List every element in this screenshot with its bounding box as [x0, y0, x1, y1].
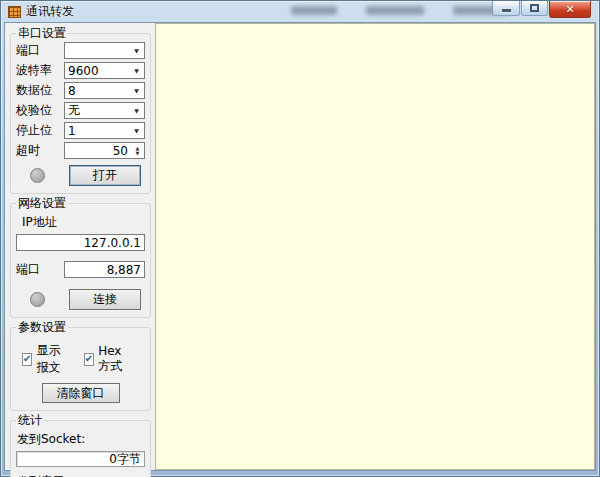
parity-value: 无: [65, 102, 129, 119]
serial-status-indicator: [30, 168, 45, 183]
ip-address-label: IP地址: [22, 214, 145, 231]
parity-label: 校验位: [16, 102, 64, 119]
close-button[interactable]: ✕: [549, 1, 591, 18]
timeout-label: 超时: [16, 142, 64, 159]
maximize-button[interactable]: [521, 1, 548, 16]
chevron-down-icon: ▼: [129, 83, 144, 98]
timeout-value: 50: [65, 144, 131, 158]
net-port-value: 8,887: [107, 263, 141, 277]
show-message-checkbox[interactable]: ✔ 显示报文: [22, 342, 72, 376]
stopbits-label: 停止位: [16, 122, 64, 139]
window-controls: ✕: [491, 1, 591, 18]
minimize-icon: [502, 9, 511, 12]
network-group-title: 网络设置: [16, 196, 68, 210]
sent-to-serial-label: 发到串口:: [17, 473, 145, 477]
stats-group-title: 统计: [16, 413, 44, 427]
maximize-icon: [530, 4, 539, 12]
baudrate-value: 9600: [65, 64, 129, 78]
blurred-watermark: [366, 6, 424, 15]
message-log-area[interactable]: [155, 23, 595, 470]
parity-combo[interactable]: 无 ▼: [64, 102, 145, 119]
databits-combo[interactable]: 8 ▼: [64, 82, 145, 99]
serial-settings-group: 串口设置 端口 ▼ 波特率 9600 ▼ 数据位: [10, 33, 151, 194]
clear-window-button[interactable]: 清除窗口: [42, 383, 120, 403]
sent-to-socket-bytes: 0字节: [109, 451, 141, 468]
checkmark-icon: ✔: [22, 353, 32, 366]
hex-mode-label: Hex方式: [98, 344, 133, 375]
sent-to-socket-value: 0字节: [16, 451, 145, 467]
network-status-indicator: [30, 292, 45, 307]
chevron-down-icon: ▼: [129, 103, 144, 118]
ip-address-value: 127.0.0.1: [84, 236, 141, 250]
baudrate-combo[interactable]: 9600 ▼: [64, 62, 145, 79]
net-port-label: 端口: [16, 261, 64, 278]
network-settings-group: 网络设置 IP地址 127.0.0.1 端口 8,887 连接: [10, 203, 151, 318]
blurred-watermark: [291, 6, 337, 15]
chevron-down-icon: ▼: [129, 123, 144, 138]
params-group-title: 参数设置: [16, 320, 68, 334]
serial-port-combo[interactable]: ▼: [64, 42, 145, 59]
baudrate-label: 波特率: [16, 62, 64, 79]
chevron-down-icon: ▼: [129, 63, 144, 78]
checkmark-icon: ✔: [84, 353, 94, 366]
close-icon: ✕: [565, 4, 574, 15]
databits-label: 数据位: [16, 82, 64, 99]
statistics-group: 统计 发到Socket: 0字节 发到串口: 0字节: [10, 420, 151, 477]
spin-down-icon[interactable]: ▼: [136, 151, 140, 156]
app-grid-icon: [8, 6, 21, 18]
net-port-input[interactable]: 8,887: [64, 261, 145, 278]
titlebar[interactable]: 通讯转发 ✕: [4, 1, 596, 22]
window-title: 通讯转发: [26, 3, 74, 20]
connect-button[interactable]: 连接: [69, 289, 141, 310]
spinner-arrows: ▲ ▼: [131, 143, 144, 158]
parameter-settings-group: 参数设置 ✔ 显示报文 ✔ Hex方式 清除窗口: [10, 327, 151, 411]
app-window: 通讯转发 ✕ 串口设置 端口 ▼: [0, 0, 600, 477]
chevron-down-icon: ▼: [129, 43, 144, 58]
open-button[interactable]: 打开: [69, 165, 141, 186]
serial-group-title: 串口设置: [16, 26, 68, 40]
databits-value: 8: [65, 84, 129, 98]
hex-mode-checkbox[interactable]: ✔ Hex方式: [84, 344, 133, 375]
client-area: 串口设置 端口 ▼ 波特率 9600 ▼ 数据位: [4, 22, 596, 471]
settings-panel: 串口设置 端口 ▼ 波特率 9600 ▼ 数据位: [5, 23, 155, 470]
ip-address-input[interactable]: 127.0.0.1: [16, 234, 145, 251]
serial-port-label: 端口: [16, 42, 64, 59]
minimize-button[interactable]: [492, 1, 520, 16]
show-message-label: 显示报文: [36, 342, 71, 376]
stopbits-combo[interactable]: 1 ▼: [64, 122, 145, 139]
stopbits-value: 1: [65, 124, 129, 138]
sent-to-socket-label: 发到Socket:: [17, 431, 145, 448]
timeout-spinner[interactable]: 50 ▲ ▼: [64, 142, 145, 159]
